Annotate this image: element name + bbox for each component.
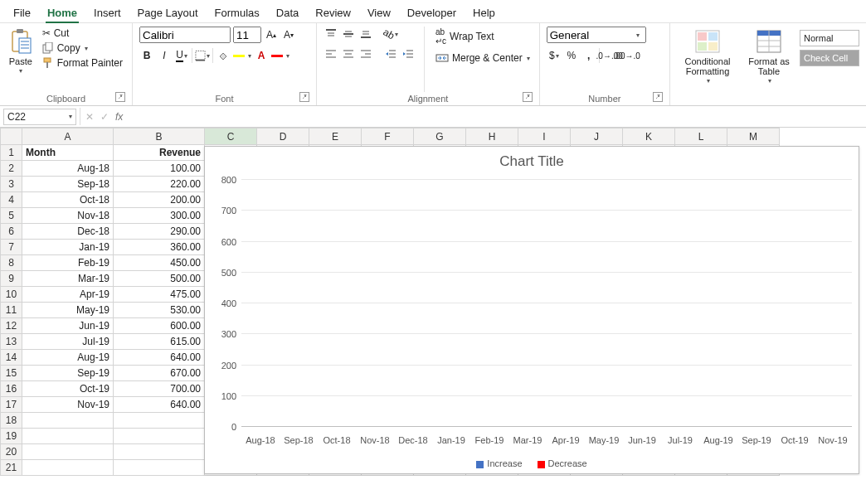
- col-header-E[interactable]: E: [309, 128, 362, 145]
- cell-A10[interactable]: Apr-19: [22, 287, 114, 303]
- dialog-launcher-icon[interactable]: ⭷: [115, 92, 125, 102]
- cell-A8[interactable]: Feb-19: [22, 255, 114, 271]
- font-name-combo[interactable]: [139, 27, 231, 43]
- cell-B5[interactable]: 300.00: [114, 208, 205, 224]
- decrease-font-button[interactable]: A▾: [281, 27, 296, 42]
- row-header-10[interactable]: 10: [1, 287, 22, 303]
- cell-B19[interactable]: [114, 429, 205, 444]
- cell-B1[interactable]: Revenue: [114, 145, 205, 161]
- cell-A5[interactable]: Nov-18: [22, 208, 114, 224]
- number-format-combo[interactable]: [547, 27, 646, 43]
- cell-B12[interactable]: 600.00: [114, 318, 205, 334]
- cell-B6[interactable]: 290.00: [114, 224, 205, 240]
- font-size-combo[interactable]: [233, 27, 261, 43]
- cell-A15[interactable]: Sep-19: [22, 366, 114, 381]
- cell-style-normal[interactable]: Normal: [800, 30, 859, 46]
- borders-button[interactable]: ▾: [195, 48, 210, 63]
- font-color-button[interactable]: A: [254, 48, 269, 63]
- menu-tab-formulas[interactable]: Formulas: [207, 3, 268, 22]
- col-header-K[interactable]: K: [623, 128, 675, 145]
- increase-indent-button[interactable]: [401, 46, 416, 61]
- cell-A17[interactable]: Nov-19: [22, 397, 114, 413]
- cell-B7[interactable]: 360.00: [114, 240, 205, 255]
- row-header-21[interactable]: 21: [1, 460, 22, 476]
- align-top-button[interactable]: [324, 27, 338, 41]
- row-header-2[interactable]: 2: [1, 161, 22, 177]
- menu-tab-page-layout[interactable]: Page Layout: [129, 3, 207, 22]
- cell-B2[interactable]: 100.00: [114, 161, 205, 177]
- chart[interactable]: Chart Title 0100200300400500600700800 Au…: [204, 146, 859, 474]
- row-header-8[interactable]: 8: [1, 255, 22, 271]
- percent-format-button[interactable]: %: [564, 48, 579, 63]
- cell-A14[interactable]: Aug-19: [22, 350, 114, 366]
- cell-B4[interactable]: 200.00: [114, 192, 205, 208]
- row-header-9[interactable]: 9: [1, 271, 22, 287]
- menu-tab-file[interactable]: File: [5, 3, 39, 22]
- cell-B18[interactable]: [114, 413, 205, 429]
- cell-B21[interactable]: [114, 460, 205, 476]
- cell-A7[interactable]: Jan-19: [22, 240, 114, 255]
- merge-center-button[interactable]: Merge & Center ▾: [433, 51, 533, 65]
- cut-button[interactable]: ✂ Cut: [40, 27, 125, 40]
- cancel-formula-icon[interactable]: ✕: [85, 111, 94, 123]
- menu-tab-developer[interactable]: Developer: [399, 3, 465, 22]
- col-header-B[interactable]: B: [114, 128, 205, 145]
- cell-B13[interactable]: 615.00: [114, 334, 205, 350]
- cell-A4[interactable]: Oct-18: [22, 192, 114, 208]
- col-header-M[interactable]: M: [727, 128, 780, 145]
- row-header-13[interactable]: 13: [1, 334, 22, 350]
- col-header-D[interactable]: D: [257, 128, 309, 145]
- row-header-6[interactable]: 6: [1, 224, 22, 240]
- cell-B11[interactable]: 530.00: [114, 303, 205, 318]
- chart-title[interactable]: Chart Title: [205, 147, 859, 172]
- row-header-3[interactable]: 3: [1, 177, 22, 192]
- row-header-11[interactable]: 11: [1, 303, 22, 318]
- row-header-12[interactable]: 12: [1, 318, 22, 334]
- align-bottom-button[interactable]: [358, 27, 373, 41]
- col-header-A[interactable]: A: [22, 128, 114, 145]
- increase-font-button[interactable]: A▴: [264, 27, 279, 42]
- paste-button[interactable]: Paste ▾: [7, 27, 35, 75]
- cell-A19[interactable]: [22, 429, 114, 444]
- legend[interactable]: Increase Decrease: [205, 458, 859, 468]
- row-header-5[interactable]: 5: [1, 208, 22, 224]
- cell-A16[interactable]: Oct-19: [22, 381, 114, 397]
- legend-decrease[interactable]: Decrease: [538, 458, 587, 468]
- row-header-14[interactable]: 14: [1, 350, 22, 366]
- col-header-G[interactable]: G: [414, 128, 466, 145]
- format-painter-button[interactable]: Format Painter: [40, 56, 125, 70]
- legend-increase[interactable]: Increase: [476, 458, 522, 468]
- cell-B8[interactable]: 450.00: [114, 255, 205, 271]
- bold-button[interactable]: B: [139, 48, 154, 63]
- cell-A18[interactable]: [22, 413, 114, 429]
- cell-A13[interactable]: Jul-19: [22, 334, 114, 350]
- col-header-L[interactable]: L: [675, 128, 727, 145]
- cell-B15[interactable]: 670.00: [114, 366, 205, 381]
- col-header-C[interactable]: C: [205, 128, 257, 145]
- enter-formula-icon[interactable]: ✓: [100, 111, 109, 123]
- menu-tab-insert[interactable]: Insert: [85, 3, 129, 22]
- row-header-19[interactable]: 19: [1, 429, 22, 444]
- underline-button[interactable]: U▾: [174, 48, 189, 63]
- cell-A20[interactable]: [22, 444, 114, 460]
- cell-B10[interactable]: 475.00: [114, 287, 205, 303]
- align-center-button[interactable]: [341, 46, 356, 61]
- row-header-15[interactable]: 15: [1, 366, 22, 381]
- dialog-launcher-icon[interactable]: ⭷: [523, 92, 533, 102]
- cell-B9[interactable]: 500.00: [114, 271, 205, 287]
- formula-input[interactable]: [128, 109, 866, 125]
- menu-tab-view[interactable]: View: [359, 3, 399, 22]
- align-middle-button[interactable]: [341, 27, 356, 41]
- format-as-table-button[interactable]: Format as Table▾: [743, 27, 795, 85]
- cell-B16[interactable]: 700.00: [114, 381, 205, 397]
- accounting-format-button[interactable]: $▾: [547, 48, 562, 63]
- align-right-button[interactable]: [358, 46, 373, 61]
- dialog-launcher-icon[interactable]: ⭷: [299, 92, 309, 102]
- row-header-16[interactable]: 16: [1, 381, 22, 397]
- decrease-indent-button[interactable]: [383, 46, 398, 61]
- fx-icon[interactable]: fx: [115, 111, 123, 123]
- menu-tab-review[interactable]: Review: [307, 3, 359, 22]
- menu-tab-help[interactable]: Help: [465, 3, 504, 22]
- cell-B20[interactable]: [114, 444, 205, 460]
- cell-A1[interactable]: Month: [22, 145, 114, 161]
